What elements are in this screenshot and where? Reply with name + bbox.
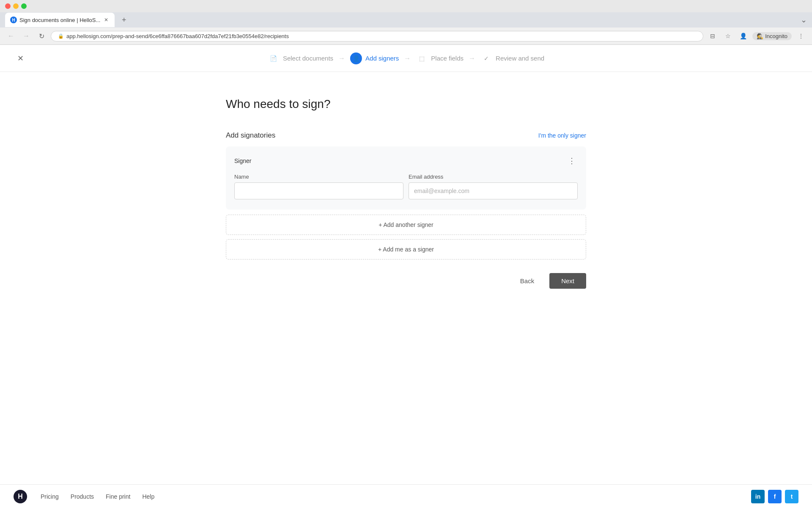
add-another-signer-btn[interactable]: + Add another signer [226,215,586,235]
email-label: Email address [409,174,578,180]
signer-fields-row: Name Email address [234,174,578,199]
name-input[interactable] [234,182,403,199]
section-title: Add signatories [226,131,275,140]
step2-icon: 👤 [350,52,362,64]
next-button[interactable]: Next [549,273,586,289]
step1-label: Select documents [283,55,333,62]
browser-titlebar [0,0,812,12]
footer: H Pricing Products Fine print Help in f … [0,484,812,508]
app-header: ✕ 📄 Select documents → 👤 Add signers → ⬚… [0,45,812,72]
close-app-btn[interactable]: ✕ [14,52,27,65]
footer-logo: H [14,490,27,503]
active-tab[interactable]: H Sign documents online | HelloS... ✕ [5,13,115,27]
tab-favicon: H [10,17,17,23]
maximize-window-btn[interactable] [21,3,27,9]
tab-end-controls: ⌄ [801,15,807,25]
incognito-label: Incognito [765,33,787,39]
step-select-documents[interactable]: 📄 Select documents [268,52,333,64]
incognito-badge: 🕵️ Incognito [752,32,792,40]
browser-chrome: H Sign documents online | HelloS... ✕ + … [0,0,812,45]
step4-icon: ✓ [480,52,492,64]
main-content: Who needs to sign? Add signatories I'm t… [216,72,596,306]
menu-btn[interactable]: ⋮ [795,30,807,42]
email-field-group: Email address [409,174,578,199]
address-bar-actions: ⊟ ☆ 👤 🕵️ Incognito ⋮ [707,30,807,42]
only-signer-link[interactable]: I'm the only signer [538,132,586,139]
signer-label: Signer [234,157,251,164]
signer-card: Signer ⋮ Name Email address [226,146,586,210]
step-add-signers[interactable]: 👤 Add signers [350,52,399,64]
footer-products-link[interactable]: Products [71,493,94,500]
step1-icon: 📄 [268,52,280,64]
step-arrow-1: → [338,55,345,62]
tab-close-btn[interactable]: ✕ [103,17,110,23]
profile-icon[interactable]: 👤 [737,30,749,42]
step-arrow-2: → [404,55,411,62]
cast-icon[interactable]: ⊟ [707,30,719,42]
step-arrow-3: → [469,55,475,62]
bookmark-icon[interactable]: ☆ [722,30,734,42]
address-bar[interactable]: 🔒 app.hellosign.com/prep-and-send/6ce6ff… [51,31,703,41]
twitter-btn[interactable]: t [785,490,798,503]
step4-label: Review and send [496,55,544,62]
add-me-signer-label: + Add me as a signer [378,246,434,253]
address-bar-row: ← → ↻ 🔒 app.hellosign.com/prep-and-send/… [0,28,812,44]
add-another-signer-label: + Add another signer [379,221,433,228]
incognito-icon: 🕵️ [757,33,763,39]
tab-title: Sign documents online | HelloS... [19,17,100,23]
footer-pricing-link[interactable]: Pricing [41,493,59,500]
name-label: Name [234,174,403,180]
reload-btn[interactable]: ↻ [36,30,47,42]
window-controls [5,3,27,9]
footer-help-link[interactable]: Help [142,493,154,500]
name-field-group: Name [234,174,403,199]
stepper: 📄 Select documents → 👤 Add signers → ⬚ P… [268,52,544,64]
forward-nav-btn[interactable]: → [20,30,32,42]
signer-menu-btn[interactable]: ⋮ [566,155,578,167]
step-place-fields[interactable]: ⬚ Place fields [416,52,464,64]
linkedin-btn[interactable]: in [751,490,765,503]
footer-social: in f t [751,490,798,503]
tab-bar: H Sign documents online | HelloS... ✕ + … [0,12,812,28]
new-tab-btn[interactable]: + [118,14,130,26]
actions-row: Back Next [226,273,586,289]
back-button[interactable]: Back [510,273,544,289]
step-review-send[interactable]: ✓ Review and send [480,52,544,64]
lock-icon: 🔒 [58,33,64,39]
section-header: Add signatories I'm the only signer [226,131,586,140]
page-title: Who needs to sign? [226,97,586,111]
footer-nav: Pricing Products Fine print Help [41,493,154,500]
back-nav-btn[interactable]: ← [5,30,17,42]
step3-icon: ⬚ [416,52,428,64]
close-window-btn[interactable] [5,3,11,9]
add-me-as-signer-btn[interactable]: + Add me as a signer [226,239,586,260]
email-input[interactable] [409,182,578,199]
minimize-window-btn[interactable] [13,3,19,9]
footer-fine-print-link[interactable]: Fine print [106,493,130,500]
url-text: app.hellosign.com/prep-and-send/6ce6ffa8… [66,33,289,39]
step2-label: Add signers [365,55,399,62]
facebook-btn[interactable]: f [768,490,782,503]
signer-card-header: Signer ⋮ [234,155,578,167]
step3-label: Place fields [431,55,464,62]
